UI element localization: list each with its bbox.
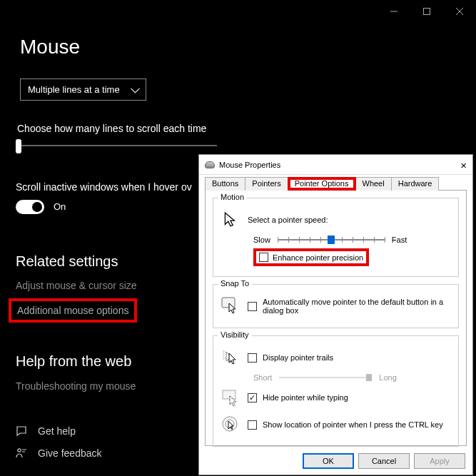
dialog-close-button[interactable]: × — [460, 159, 467, 171]
motion-legend: Motion — [218, 193, 247, 201]
svg-rect-5 — [222, 298, 235, 308]
give-feedback-label: Give feedback — [38, 447, 102, 459]
dialog-body: Motion Select a pointer speed: Slow Fast… — [205, 191, 467, 446]
tab-pointers[interactable]: Pointers — [245, 177, 288, 191]
dropdown-value: Multiple lines at a time — [28, 84, 120, 95]
fast-label: Fast — [392, 236, 407, 244]
link-text: Additional mouse options — [17, 305, 128, 316]
troubleshoot-mouse-link[interactable]: Troubleshooting my mouse — [16, 380, 136, 392]
tab-pointer-options[interactable]: Pointer Options — [288, 177, 356, 191]
help-from-web-heading: Help from the web — [16, 353, 131, 370]
scroll-lines-slider[interactable] — [17, 145, 217, 146]
tab-wheel[interactable]: Wheel — [355, 177, 392, 191]
pointer-speed-slider[interactable] — [278, 239, 385, 240]
snapto-label: Automatically move pointer to the defaul… — [263, 298, 452, 315]
scroll-inactive-label: Scroll inactive windows when I hover ov — [16, 181, 192, 193]
trails-label: Display pointer trails — [263, 353, 333, 362]
snapto-legend: Snap To — [218, 279, 252, 288]
toggle-state-label: On — [54, 201, 66, 212]
page-title: Mouse — [20, 36, 80, 59]
give-feedback-link[interactable]: Give feedback — [16, 447, 102, 459]
dialog-titlebar: Mouse Properties × — [199, 155, 472, 175]
hide-typing-label: Hide pointer while typing — [263, 393, 348, 402]
minimize-button[interactable] — [378, 0, 410, 23]
toggle-knob — [32, 202, 42, 212]
scroll-lines-slider-thumb[interactable] — [16, 139, 21, 153]
group-snapto: Snap To Automatically move pointer to th… — [213, 284, 459, 328]
ctrl-locate-icon — [219, 413, 242, 436]
enhance-precision-checkbox[interactable] — [259, 253, 268, 262]
get-help-link[interactable]: Get help — [16, 425, 76, 437]
dialog-title: Mouse Properties — [219, 161, 280, 169]
get-help-label: Get help — [38, 425, 76, 437]
trails-slider — [279, 377, 372, 378]
mouse-icon — [205, 161, 215, 168]
dialog-tabs: Buttons Pointers Pointer Options Wheel H… — [205, 176, 467, 191]
ctrl-locate-label: Show location of pointer when I press th… — [263, 420, 443, 429]
related-settings-heading: Related settings — [16, 253, 118, 270]
tab-hardware[interactable]: Hardware — [391, 177, 440, 191]
apply-button[interactable]: Apply — [414, 453, 465, 469]
ctrl-locate-checkbox[interactable] — [248, 420, 257, 430]
adjust-cursor-link[interactable]: Adjust mouse & cursor size — [16, 280, 137, 291]
scroll-inactive-toggle[interactable] — [16, 200, 44, 214]
group-motion: Motion Select a pointer speed: Slow Fast… — [213, 198, 459, 277]
snapto-checkbox[interactable] — [248, 302, 257, 311]
cursor-icon — [219, 208, 242, 231]
group-visibility: Visibility Display pointer trails Short … — [213, 335, 459, 447]
enhance-precision-label: Enhance pointer precision — [273, 253, 363, 262]
window-controls — [378, 0, 476, 23]
svg-point-4 — [18, 449, 21, 452]
short-label: Short — [253, 373, 272, 382]
enhance-precision-highlight: Enhance pointer precision — [253, 248, 369, 266]
hide-typing-checkbox[interactable] — [248, 393, 257, 402]
speed-slider-thumb[interactable] — [328, 236, 335, 244]
scroll-lines-label: Choose how many lines to scroll each tim… — [17, 123, 206, 134]
tab-buttons[interactable]: Buttons — [205, 177, 245, 191]
select-speed-label: Select a pointer speed: — [248, 216, 328, 224]
mouse-properties-dialog: Mouse Properties × Buttons Pointers Poin… — [198, 154, 473, 475]
additional-mouse-options-link[interactable]: Additional mouse options — [9, 298, 137, 323]
slow-label: Slow — [253, 236, 270, 244]
trails-slider-thumb — [366, 374, 372, 381]
cancel-button[interactable]: Cancel — [358, 453, 410, 469]
close-button[interactable] — [443, 0, 476, 23]
svg-rect-1 — [424, 9, 430, 15]
hide-typing-icon — [219, 386, 242, 409]
dialog-buttons: OK Cancel Apply — [303, 453, 465, 469]
chat-icon — [16, 425, 27, 437]
svg-rect-6 — [223, 390, 236, 399]
long-label: Long — [379, 373, 396, 382]
feedback-icon — [16, 447, 27, 459]
trails-icon — [219, 346, 242, 369]
ok-button[interactable]: OK — [303, 453, 354, 469]
maximize-button[interactable] — [410, 0, 443, 23]
scroll-mode-dropdown[interactable]: Multiple lines at a time — [20, 79, 146, 101]
trails-checkbox[interactable] — [248, 353, 257, 363]
snapto-icon — [219, 295, 242, 318]
visibility-legend: Visibility — [218, 330, 252, 339]
